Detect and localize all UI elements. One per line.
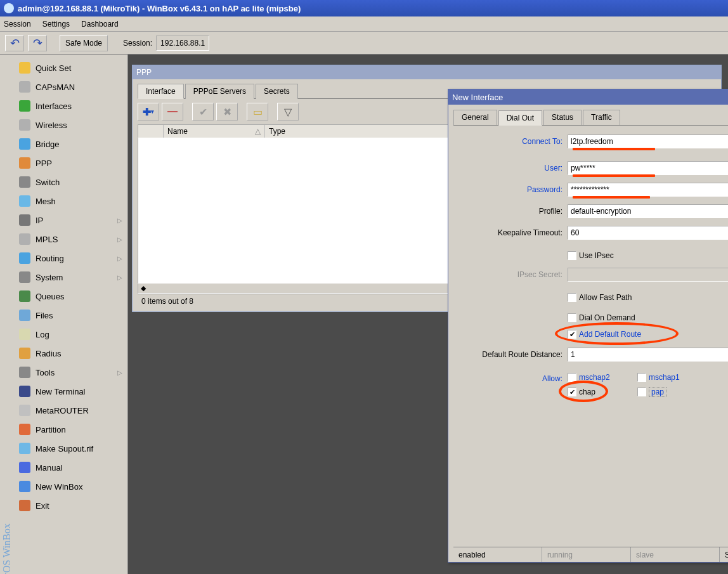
sidebar-icon <box>19 462 30 473</box>
workspace: PPP Interface PPPoE Servers Secrets ✚▾ —… <box>128 55 728 574</box>
checkbox-use-ipsec[interactable] <box>568 251 576 260</box>
sidebar-item-make-supout-rif[interactable]: Make Supout.rif <box>14 439 127 458</box>
input-default-route-distance[interactable] <box>568 348 728 362</box>
ppp-tab-pppoe-servers[interactable]: PPPoE Servers <box>185 84 254 99</box>
sidebar-label: Partition <box>36 425 66 434</box>
sidebar-icon <box>19 233 30 245</box>
sidebar-label: IP <box>36 216 43 225</box>
sidebar-icon <box>19 62 30 74</box>
sidebar-item-new-terminal[interactable]: New Terminal <box>14 382 127 401</box>
dlg-tab-general[interactable]: General <box>453 110 497 125</box>
dlg-tab-traffic[interactable]: Traffic <box>583 110 620 125</box>
session-label: Session: <box>123 39 152 48</box>
menu-dashboard[interactable]: Dashboard <box>81 20 119 29</box>
checkbox-mschap2[interactable] <box>568 373 576 382</box>
sidebar-label: PPP <box>36 159 52 168</box>
redo-button[interactable]: ↷ <box>28 35 47 51</box>
chevron-right-icon: ▷ <box>117 274 122 281</box>
sidebar-label: Bridge <box>36 140 60 149</box>
status-running: running <box>542 547 631 562</box>
checkbox-pap[interactable] <box>637 388 646 396</box>
sidebar-item-system[interactable]: System▷ <box>14 268 127 287</box>
sidebar-item-routing[interactable]: Routing▷ <box>14 249 127 268</box>
label-user: User: <box>453 164 568 173</box>
sidebar-item-ip[interactable]: IP▷ <box>14 211 127 230</box>
sidebar-item-new-winbox[interactable]: New WinBox <box>14 477 127 496</box>
sidebar-icon <box>19 290 30 302</box>
brand-rail: RouterOS WinBox <box>0 55 14 574</box>
input-profile[interactable] <box>568 204 728 218</box>
sidebar-item-ppp[interactable]: PPP <box>14 153 127 173</box>
undo-button[interactable]: ↶ <box>5 35 24 51</box>
label-mschap2: mschap2 <box>579 373 610 382</box>
checkbox-dial-on-demand[interactable] <box>568 313 576 322</box>
sidebar-item-exit[interactable]: Exit <box>14 496 127 515</box>
sidebar-item-interfaces[interactable]: Interfaces <box>14 96 127 115</box>
sidebar-icon <box>19 367 30 378</box>
dlg-tab-status[interactable]: Status <box>543 110 582 125</box>
dialog-titlebar[interactable]: New Interface ❐ ✕ <box>448 89 728 105</box>
winbox-icon <box>4 3 14 13</box>
sidebar-item-switch[interactable]: Switch <box>14 173 127 192</box>
ppp-enable-button[interactable]: ✔ <box>192 103 214 121</box>
status-label: Status: <box>720 547 728 562</box>
sidebar-label: Queues <box>36 292 65 301</box>
sidebar-item-mpls[interactable]: MPLS▷ <box>14 230 127 249</box>
dialog-tabs: General Dial Out Status Traffic <box>453 110 728 126</box>
sidebar-item-queues[interactable]: Queues <box>14 287 127 306</box>
highlight-line <box>573 174 655 177</box>
chevron-right-icon: ▷ <box>117 236 122 243</box>
ppp-tab-secrets[interactable]: Secrets <box>256 84 298 99</box>
checkbox-mschap1[interactable] <box>637 373 646 382</box>
ppp-add-button[interactable]: ✚▾ <box>138 103 159 121</box>
sidebar-item-radius[interactable]: Radius <box>14 344 127 363</box>
input-user[interactable] <box>568 161 728 175</box>
sidebar-label: Wireless <box>36 121 67 130</box>
sidebar-icon <box>19 443 30 454</box>
sidebar-icon <box>19 481 30 492</box>
sidebar-label: Files <box>36 311 53 320</box>
safe-mode-button[interactable]: Safe Mode <box>60 35 108 51</box>
sidebar-item-partition[interactable]: Partition <box>14 420 127 439</box>
sidebar-item-files[interactable]: Files <box>14 306 127 325</box>
sidebar-item-quick-set[interactable]: Quick Set <box>14 58 127 77</box>
sidebar-item-metarouter[interactable]: MetaROUTER <box>14 401 127 420</box>
input-connect-to[interactable] <box>568 134 728 148</box>
ppp-filter-button[interactable]: ▽ <box>277 103 299 121</box>
ppp-col-name[interactable]: Name△ <box>164 125 265 138</box>
input-password[interactable] <box>568 183 728 197</box>
sidebar-item-capsman[interactable]: CAPsMAN <box>14 77 127 96</box>
ppp-tab-interface[interactable]: Interface <box>138 84 184 99</box>
app-titlebar: admin@192.168.88.1 (MikroTik) - WinBox v… <box>0 0 728 16</box>
sidebar-item-wireless[interactable]: Wireless <box>14 115 127 134</box>
top-toolbar: ↶ ↷ Safe Mode Session: 192.168.88.1 <box>0 32 728 55</box>
status-enabled: enabled <box>453 547 542 562</box>
sidebar-item-bridge[interactable]: Bridge <box>14 134 127 153</box>
ppp-comment-button[interactable]: ▭ <box>247 103 268 121</box>
sidebar-label: MPLS <box>36 235 58 244</box>
chevron-right-icon: ▷ <box>117 255 122 262</box>
input-keepalive[interactable] <box>568 226 728 240</box>
label-connect-to: Connect To: <box>453 137 568 146</box>
menu-settings[interactable]: Settings <box>42 20 70 29</box>
checkbox-chap[interactable] <box>568 388 576 396</box>
sidebar-item-log[interactable]: Log <box>14 325 127 344</box>
dlg-tab-dialout[interactable]: Dial Out <box>498 110 542 126</box>
label-chap: chap <box>579 388 595 396</box>
label-ipsec-secret: IPsec Secret: <box>453 270 568 279</box>
ppp-remove-button[interactable]: — <box>162 103 183 121</box>
sidebar-icon <box>19 81 30 93</box>
checkbox-add-default-route[interactable] <box>568 330 576 339</box>
sidebar-item-manual[interactable]: Manual <box>14 458 127 477</box>
sidebar-item-mesh[interactable]: Mesh <box>14 192 127 211</box>
label-mschap1: mschap1 <box>649 373 680 382</box>
menu-session[interactable]: Session <box>4 20 31 29</box>
ppp-disable-button[interactable]: ✖ <box>216 103 238 121</box>
label-pap: pap <box>649 387 666 397</box>
sidebar-label: Interfaces <box>36 101 72 111</box>
title-text: admin@192.168.88.1 (MikroTik) - WinBox v… <box>18 4 301 13</box>
sidebar-icon <box>19 500 30 511</box>
label-dial-on-demand: Dial On Demand <box>579 313 635 322</box>
checkbox-allow-fast-path[interactable] <box>568 293 576 302</box>
sidebar-item-tools[interactable]: Tools▷ <box>14 363 127 382</box>
